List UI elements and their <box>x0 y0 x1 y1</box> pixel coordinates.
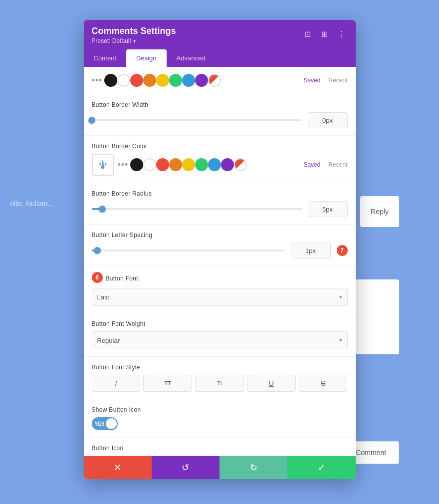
color-black[interactable] <box>104 74 117 87</box>
font-header-row: 8 Button Font <box>92 273 348 284</box>
font-style-strikethrough[interactable]: S <box>299 375 348 392</box>
border-color-black[interactable] <box>130 158 143 171</box>
font-badge: 8 <box>92 272 103 283</box>
font-style-italic[interactable]: I <box>92 375 141 392</box>
border-color-blue[interactable] <box>208 158 221 171</box>
section-show-icon: Show Button Icon YES <box>84 399 356 438</box>
palette-labels-2: Saved Recent <box>303 161 347 168</box>
border-radius-slider-row: 5px <box>92 201 348 217</box>
section-color-palette-1: ••• Saved Recent <box>84 67 356 94</box>
font-label: Button Font <box>106 275 138 282</box>
color-orange[interactable] <box>143 74 156 87</box>
color-blue[interactable] <box>182 74 195 87</box>
more-options-icon[interactable]: ⋮ <box>336 28 348 40</box>
letter-spacing-value[interactable]: 1px <box>291 243 331 258</box>
fullscreen-icon[interactable]: ⊡ <box>302 28 314 40</box>
section-border-color: Button Border Color ••• <box>84 136 356 183</box>
border-width-thumb[interactable] <box>88 117 95 124</box>
panel-toolbar: ✕ ↺ ↻ ✓ <box>84 456 356 479</box>
section-border-radius: Button Border Radius 5px <box>84 183 356 225</box>
letter-spacing-label: Button Letter Spacing <box>92 232 348 239</box>
preset-selector[interactable]: Preset: Default ▾ <box>92 37 176 44</box>
border-color-yellow[interactable] <box>182 158 195 171</box>
show-icon-toggle[interactable]: YES <box>92 417 118 430</box>
undo-button[interactable]: ↺ <box>152 456 220 479</box>
preset-label: Preset: Default <box>92 37 131 44</box>
button-icon-label: Button Icon <box>92 445 348 452</box>
color-picker-btn[interactable] <box>92 154 114 176</box>
font-style-underline[interactable]: U <box>247 375 296 392</box>
letter-spacing-thumb[interactable] <box>94 247 101 254</box>
palette-more-icon[interactable]: ••• <box>92 75 103 86</box>
panel-tabs: Content Design Advanced <box>84 49 356 67</box>
color-white[interactable] <box>117 74 130 87</box>
font-style-uppercase[interactable]: TT <box>143 375 192 392</box>
svg-rect-1 <box>102 164 103 167</box>
show-icon-label: Show Button Icon <box>92 406 348 413</box>
border-radius-thumb[interactable] <box>99 206 106 213</box>
tab-advanced[interactable]: Advanced <box>167 49 216 67</box>
border-color-orange[interactable] <box>169 158 182 171</box>
section-button-font: 8 Button Font Lato ▾ <box>84 266 356 313</box>
section-letter-spacing: Button Letter Spacing 1px 7 <box>84 225 356 266</box>
save-button[interactable]: ✓ <box>287 456 355 479</box>
font-weight-value: Regular <box>97 337 120 344</box>
recent-label-2[interactable]: Recent <box>328 161 347 168</box>
font-weight-label: Button Font Weight <box>92 320 348 327</box>
font-select-arrow: ▾ <box>339 293 342 300</box>
section-font-style: Button Font Style I TT Tt U S <box>84 357 356 399</box>
letter-spacing-track <box>92 250 285 252</box>
border-radius-label: Button Border Radius <box>92 190 348 197</box>
toggle-yes-label: YES <box>93 421 105 427</box>
font-style-row: I TT Tt U S <box>92 375 348 392</box>
letter-spacing-slider-row: 1px 7 <box>92 243 348 258</box>
palette-more-icon-2[interactable]: ••• <box>118 160 129 170</box>
panel-content: ••• Saved Recent <box>84 67 356 456</box>
cancel-button[interactable]: ✕ <box>84 456 152 479</box>
toggle-knob <box>106 418 117 429</box>
border-color-label: Button Border Color <box>92 143 348 150</box>
toggle-row: YES <box>92 417 348 430</box>
font-weight-select[interactable]: Regular ▾ <box>92 331 348 349</box>
header-icons: ⊡ ⊞ ⋮ <box>302 28 348 40</box>
settings-panel: Comments Settings Preset: Default ▾ ⊡ ⊞ … <box>84 20 356 479</box>
border-width-track <box>92 119 302 121</box>
header-title-group: Comments Settings Preset: Default ▾ <box>92 26 176 44</box>
border-width-value[interactable]: 0px <box>308 112 348 128</box>
font-value: Lato <box>97 293 110 301</box>
border-color-red[interactable] <box>156 158 169 171</box>
letter-spacing-badge: 7 <box>337 245 348 256</box>
border-color-purple[interactable] <box>221 158 234 171</box>
font-style-capitalize[interactable]: Tt <box>195 375 244 392</box>
border-radius-track <box>92 208 302 210</box>
section-border-width: Button Border Width 0px <box>84 94 356 136</box>
icon-grid-wrapper: ↑ ↓ ← → ↖ ↗ ↘ ↙ ↕ ↔ ⇐ ⇒ ⇔ <box>92 456 348 456</box>
border-radius-slider-container <box>92 208 302 210</box>
font-select[interactable]: Lato ▾ <box>92 288 348 306</box>
preset-arrow-icon: ▾ <box>133 38 136 44</box>
color-red[interactable] <box>130 74 143 87</box>
color-custom[interactable] <box>208 74 221 87</box>
color-purple[interactable] <box>195 74 208 87</box>
border-color-green[interactable] <box>195 158 208 171</box>
border-radius-value[interactable]: 5px <box>308 201 348 217</box>
palette-row-1: ••• Saved Recent <box>92 74 348 87</box>
color-green[interactable] <box>169 74 182 87</box>
color-yellow[interactable] <box>156 74 169 87</box>
tab-design[interactable]: Design <box>126 49 166 67</box>
recent-label[interactable]: Recent <box>328 77 347 84</box>
saved-label[interactable]: Saved <box>303 77 320 84</box>
letter-spacing-slider-container <box>92 250 285 252</box>
border-width-slider-row: 0px <box>92 112 348 128</box>
tab-content[interactable]: Content <box>84 49 127 67</box>
border-color-white[interactable] <box>143 158 156 171</box>
section-button-icon: Button Icon ↑ ↓ ← → ↖ ↗ ↘ ↙ <box>84 438 356 456</box>
saved-label-2[interactable]: Saved <box>303 161 320 168</box>
font-style-label: Button Font Style <box>92 364 348 371</box>
border-color-custom[interactable] <box>234 158 247 171</box>
columns-icon[interactable]: ⊞ <box>319 28 331 40</box>
redo-button[interactable]: ↻ <box>220 456 287 479</box>
font-weight-arrow: ▾ <box>339 337 342 344</box>
border-width-slider-container <box>92 119 302 121</box>
modal-overlay: Comments Settings Preset: Default ▾ ⊡ ⊞ … <box>0 0 439 504</box>
